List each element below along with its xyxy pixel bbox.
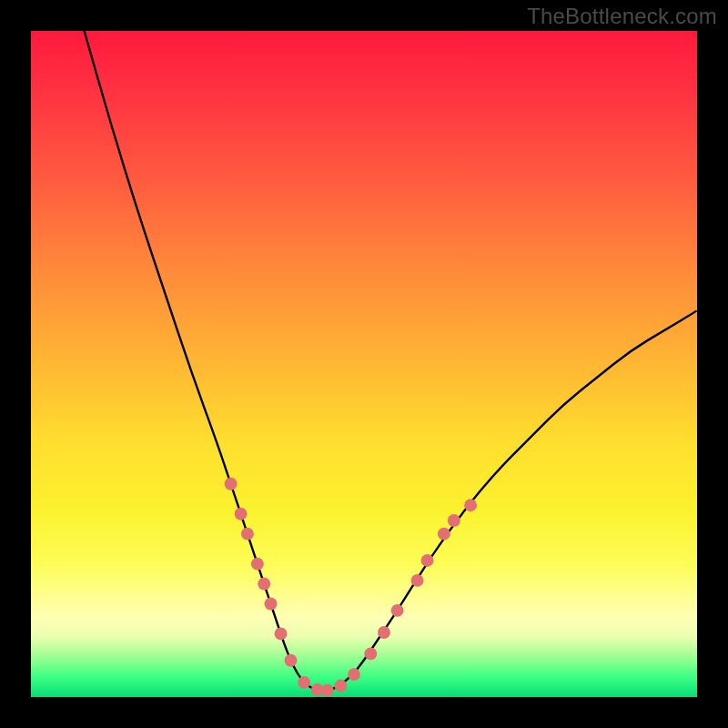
marker-point [241,528,254,541]
marker-point [391,604,404,617]
marker-point [334,680,347,693]
marker-point [411,574,424,587]
marker-point [448,514,460,527]
marker-point [311,683,324,696]
marker-point [464,499,477,511]
marker-point [235,508,248,521]
marker-point [378,626,390,639]
marker-point [251,558,264,571]
watermark-text: TheBottleneck.com [527,4,717,29]
outer-frame: TheBottleneck.com [0,0,728,728]
marker-group [225,478,477,697]
marker-point [421,554,434,567]
marker-point [321,684,334,697]
bottleneck-curve [85,31,697,690]
marker-point [258,578,270,591]
marker-point [298,676,310,689]
marker-point [265,598,278,611]
marker-point [438,528,450,541]
marker-point [275,628,288,641]
chart-svg [31,31,697,697]
plot-area [31,31,697,697]
marker-point [225,478,238,490]
marker-point [348,668,360,681]
marker-point [285,654,298,667]
marker-point [364,647,377,660]
